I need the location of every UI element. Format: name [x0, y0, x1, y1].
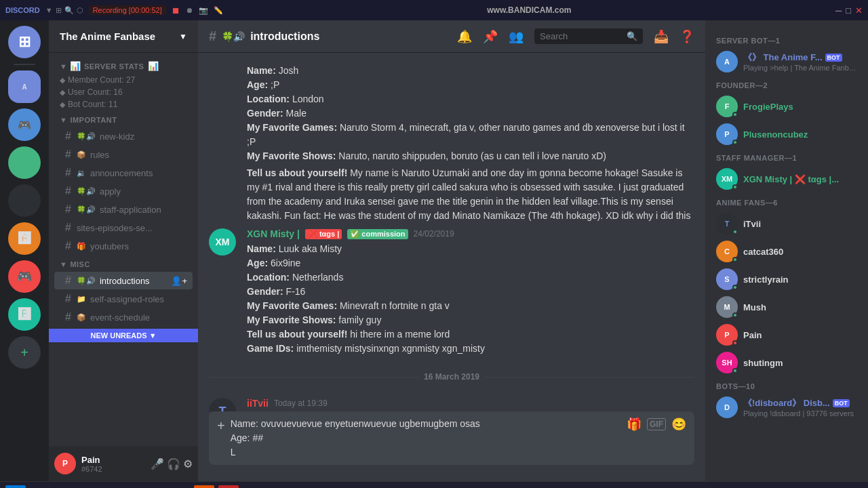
message-text-xgn: Name: Luuk aka Misty Age: 6ix9ine Locati…: [247, 242, 694, 356]
taskbar-app2-btn[interactable]: B: [218, 485, 239, 489]
member-shutingm[interactable]: SH shutingm: [711, 349, 863, 376]
pin-icon[interactable]: 📌: [483, 29, 498, 44]
user-avatar: P: [54, 453, 76, 474]
server-icon-4[interactable]: [8, 184, 41, 217]
record-btn[interactable]: ⬡: [77, 6, 83, 15]
divider-line-left: [209, 377, 418, 378]
online-dot-strictly: [732, 285, 738, 290]
windows-start-btn[interactable]: ⊞: [5, 485, 26, 489]
help-icon[interactable]: ❓: [679, 29, 694, 44]
member-info-disboard: 《!disboard》 Disb... BOT Playing !disboar…: [743, 397, 857, 418]
settings-icon[interactable]: ⚙: [183, 458, 193, 470]
channel-introductions[interactable]: # 🍀🔊 introductions 👤+: [54, 272, 193, 289]
camera-btn[interactable]: 📷: [199, 6, 208, 15]
server-icon-anime[interactable]: A: [8, 70, 41, 103]
member-anime-bot[interactable]: A 《》 The Anime F... BOT Playing >help | …: [711, 48, 863, 75]
category-header-misc[interactable]: ▼ MISC: [49, 258, 198, 271]
message-josh: Name: Josh Age: ;P Location: London Gend…: [209, 64, 694, 223]
member-plusenoncubez[interactable]: P Plusenoncubez: [711, 121, 863, 148]
server-name[interactable]: The Anime Fanbase ▼: [49, 20, 198, 53]
server-icon-7[interactable]: 🅱: [8, 298, 41, 331]
channel-staff-app[interactable]: # 🍀🔊 staff-application: [54, 201, 193, 218]
member-disboard[interactable]: D 《!disboard》 Disb... BOT Playing !disbo…: [711, 394, 863, 421]
online-dot-xgn: [732, 184, 738, 190]
avatar-iitvii: T: [209, 398, 236, 411]
member-xgn[interactable]: XM XGN Misty | ❌ tαgs |...: [711, 165, 863, 192]
channel-self-roles[interactable]: # 📁 self-assigned-roles: [54, 290, 193, 308]
channel-rules[interactable]: # 📦 rules: [54, 146, 193, 163]
member-frogieplays[interactable]: F FrogiePlays: [711, 93, 863, 120]
member-status-anime-bot: Playing >help | The Anime Fanbase: [743, 64, 857, 72]
taskbar-folder-btn[interactable]: 📁: [243, 485, 263, 489]
member-name-shutingm: shutingm: [743, 358, 783, 368]
add-server-btn[interactable]: +: [8, 336, 41, 369]
taskbar-firefox-btn[interactable]: 🦊: [194, 485, 214, 489]
taskbar-dropbox-btn[interactable]: ◆: [340, 485, 361, 489]
server-icon-2[interactable]: 🎮: [8, 108, 41, 141]
gif-btn[interactable]: GIF: [647, 418, 666, 430]
maximize-btn[interactable]: □: [846, 5, 851, 16]
chat-input-field[interactable]: Name: ovuvuevuevue enyetuenwuevue ugbemu…: [231, 417, 621, 460]
win-controls[interactable]: ─ □ ✕: [835, 5, 863, 16]
new-unreads-btn[interactable]: NEW UNREADS ▼: [49, 329, 198, 342]
channel-event-schedule[interactable]: # 📦 event-schedule: [54, 308, 193, 326]
add-attachment-btn[interactable]: +: [217, 417, 225, 434]
deafen-btn[interactable]: 🎧: [167, 458, 180, 470]
search-box[interactable]: Search 🔍: [534, 28, 643, 44]
input-line-2: Age: ##: [231, 431, 621, 445]
server-icon-3[interactable]: [8, 146, 41, 179]
stop-btn[interactable]: ⏹: [172, 5, 180, 16]
channel-apply[interactable]: # 🍀🔊 apply: [54, 182, 193, 200]
user-count: ◆ User Count: 16: [49, 86, 198, 98]
avatar-disboard: D: [716, 396, 738, 418]
channel-youtubers[interactable]: # 🎁 youtubers: [54, 237, 193, 255]
taskbar-extra-btn[interactable]: ▶: [365, 485, 385, 489]
date-text: 16 March 2019: [424, 372, 479, 382]
online-dot-frogi: [732, 112, 738, 117]
search-btn[interactable]: 🔍: [64, 6, 74, 15]
category-header-important[interactable]: ▼ IMPORTANT: [49, 113, 198, 127]
mute-btn[interactable]: 🎤: [151, 458, 164, 470]
avatar-container-catcat: C: [716, 241, 738, 262]
task-view-btn[interactable]: ❑: [170, 485, 190, 489]
message-iitvii: T iiTvii Today at 19:39 idio tnoob: [209, 398, 694, 411]
window-controls-left[interactable]: ▼ ⊞ 🔍 ⬡: [45, 6, 83, 15]
taskbar-discord-btn[interactable]: D: [316, 485, 336, 489]
channel-new-kidz[interactable]: # 🍀🔊 new-kidz: [54, 127, 193, 145]
timestamp-xgn: 24/02/2019: [414, 229, 454, 239]
minimize-btn[interactable]: ─: [835, 5, 842, 16]
avatar-container-plus: P: [716, 123, 738, 145]
member-mush[interactable]: M Mush: [711, 293, 863, 321]
members-icon[interactable]: 👥: [509, 29, 524, 44]
chat-input-area: + Name: ovuvuevuevue enyetuenwuevue ugbe…: [198, 411, 705, 481]
chat-input-box[interactable]: + Name: ovuvuevuevue enyetuenwuevue ugbe…: [209, 411, 694, 465]
taskbar-chrome-btn[interactable]: 🌐: [292, 485, 312, 489]
close-btn[interactable]: ✕: [855, 5, 863, 16]
server-icon-6[interactable]: 🎮 1: [8, 260, 41, 293]
bell-icon[interactable]: 🔔: [457, 29, 472, 44]
discord-logo: DISCORD: [5, 6, 40, 14]
discord-home-icon[interactable]: ⊞: [8, 26, 41, 58]
member-itvii[interactable]: T iTvii: [711, 210, 863, 237]
taskbar-store-btn[interactable]: 🛍: [267, 485, 288, 489]
window-btn[interactable]: ▼: [45, 6, 53, 15]
record-circle-btn[interactable]: ⏺: [186, 6, 193, 14]
window-btn-2[interactable]: ⊞: [56, 6, 62, 15]
member-info-anime-bot: 《》 The Anime F... BOT Playing >help | Th…: [743, 52, 857, 72]
member-catcat[interactable]: C catcat360: [711, 238, 863, 265]
server-icon-5[interactable]: 🅰: [8, 222, 41, 255]
inbox-icon[interactable]: 📥: [654, 29, 669, 44]
add-member-icon: 👤+: [171, 276, 187, 286]
emoji-icon[interactable]: 😊: [671, 417, 686, 432]
input-line-1: Name: ovuvuevuevue enyetuenwuevue ugbemu…: [231, 417, 621, 431]
pencil-btn[interactable]: ✏️: [214, 6, 223, 15]
member-name-xgn-member: XGN Misty | ❌ tαgs |...: [743, 174, 839, 184]
category-header-server-stats[interactable]: ▼ 📊 SERVER STATS 📊: [49, 58, 198, 74]
channel-sites[interactable]: # sites-episodes-se...: [54, 219, 193, 237]
member-strictlyrain[interactable]: S strictlyrain: [711, 266, 863, 293]
user-controls: 🎤 🎧 ⚙: [151, 458, 193, 470]
member-pain[interactable]: P Pain: [711, 321, 863, 348]
gift-icon[interactable]: 🎁: [627, 417, 642, 432]
member-info-shutingm: shutingm: [743, 357, 857, 368]
channel-announcements[interactable]: # 🔉 announcements: [54, 164, 193, 182]
